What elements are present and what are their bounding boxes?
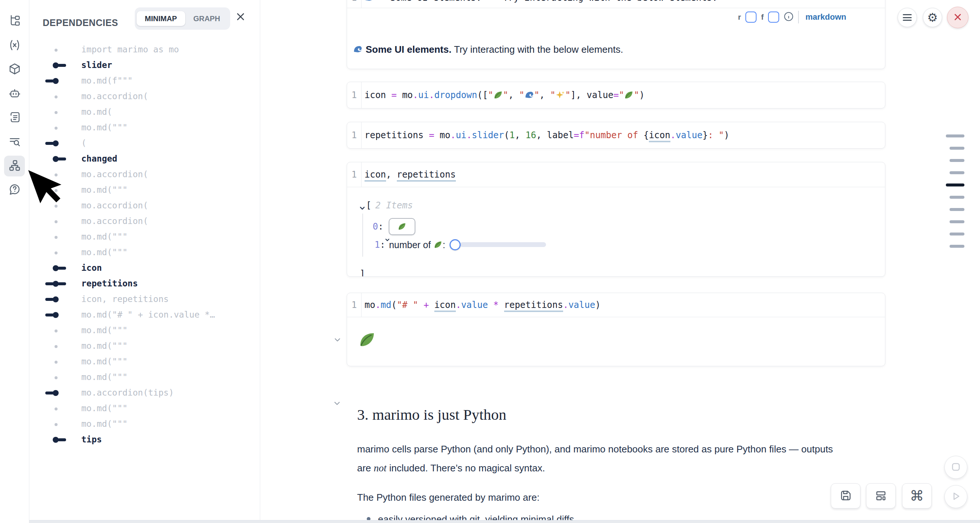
dependency-item[interactable]: mo.md(""" [29,416,259,432]
item-index: 0 [373,222,378,232]
close-icon [236,17,245,23]
leaf-emoji [434,240,442,249]
minimap-dash[interactable] [950,159,964,162]
cell-minimap [946,134,965,254]
tab-graph[interactable]: GRAPH [185,11,228,26]
view-toggle: MINIMAP GRAPH [135,8,230,30]
minimap-dash[interactable] [950,208,964,211]
tab-minimap[interactable]: MINIMAP [137,11,185,26]
sidebar-item-snippets[interactable] [4,107,25,128]
fold-section-chevron[interactable] [332,399,342,409]
cell-dropdown-code[interactable]: 1 icon = mo.ui.dropdown(["", "", ""], va… [347,82,885,108]
dependency-item[interactable]: import marimo as mo [29,42,259,57]
settings-button[interactable]: ⚙ [923,8,942,27]
minimap-dash[interactable] [950,171,964,174]
dependency-item[interactable]: mo.md(""" [29,182,259,198]
cell-tuple[interactable]: 1 icon, repetitions [ 2 Items 0: 1: num [347,162,885,277]
cell-dot-icon [29,229,79,245]
dependency-item[interactable]: tips [29,432,259,448]
minimap-dash[interactable] [950,220,964,223]
dependency-item[interactable]: mo.accordion(tips) [29,385,259,401]
paragraph-line: are not included. There’s no magical syn… [357,462,545,474]
save-button[interactable] [831,483,861,509]
dependency-item[interactable]: mo.md(""" [29,323,259,338]
collapse-chevron-icon[interactable] [359,203,366,214]
dependency-item[interactable]: mo.md( [29,104,259,120]
sidebar-item-file-explorer[interactable] [4,11,25,32]
dependency-item[interactable]: ( [29,136,259,151]
minimap-dash[interactable] [950,147,964,150]
dependency-item[interactable]: mo.md(""" [29,370,259,385]
format-toggle-label: f [761,13,764,22]
minimap-dash[interactable] [946,134,964,137]
dependency-item[interactable]: mo.md(""" [29,338,259,354]
slider-thumb[interactable] [450,239,461,250]
footer-strip [29,520,980,523]
minimap-dash[interactable] [950,196,964,199]
minimap-dash[interactable] [950,245,964,248]
minimap-dash[interactable] [950,233,964,236]
italic-text: not [374,462,387,474]
info-icon[interactable] [784,11,794,23]
sidebar-item-packages[interactable] [4,59,25,80]
close-x-icon [953,12,963,23]
sidebar-item-variables[interactable] [4,35,25,56]
shutdown-button[interactable] [947,7,969,28]
dependency-item[interactable]: mo.md(f""" [29,73,259,89]
minimap-dash-active[interactable] [946,183,964,187]
stop-button[interactable] [944,456,967,479]
keyboard-shortcuts-button[interactable]: ⌘ [902,483,932,509]
dependency-item[interactable]: mo.md(""" [29,229,259,245]
edge-in-icon [29,385,79,401]
cell-dot-icon [29,198,79,214]
sidebar-item-outline-search[interactable] [4,131,25,152]
dependency-item[interactable]: mo.md("# " + icon.value *… [29,307,259,323]
sidebar-item-dependencies[interactable] [4,156,25,177]
icon-dropdown-select[interactable] [389,218,415,235]
dependency-item[interactable]: mo.md(""" [29,354,259,370]
dependency-item[interactable]: mo.accordion( [29,167,259,182]
format-checkbox[interactable] [768,11,779,23]
sidebar-item-ai-assistant[interactable] [4,84,25,104]
dependency-item[interactable]: mo.md(""" [29,245,259,260]
dependency-item[interactable]: icon, repetitions [29,292,259,307]
wave-emoji [353,45,363,54]
panel-close-button[interactable] [234,10,247,24]
dependency-item[interactable]: changed [29,151,259,167]
layout-button[interactable] [866,483,896,509]
line-number: 1 [347,122,361,148]
reactive-checkbox[interactable] [745,11,757,23]
sidebar-item-help[interactable] [4,180,25,201]
dependency-item[interactable]: mo.accordion( [29,214,259,229]
dependency-item[interactable]: slider [29,57,259,73]
repetitions-slider[interactable] [450,239,548,251]
dependency-item[interactable]: mo.accordion( [29,89,259,104]
run-button[interactable] [944,485,967,508]
fold-output-chevron[interactable] [333,335,342,346]
section-heading: 3. marimo is just Python [357,406,506,423]
open-bracket: [ [366,200,371,210]
play-icon [950,491,961,503]
code-editor[interactable]: 1 **Some UI elements.** Try interacting … [347,0,885,8]
slider-track[interactable] [460,242,546,247]
tree-guide-line [362,214,363,257]
dependency-item[interactable]: mo.accordion( [29,198,259,214]
colon: : [378,222,383,232]
dependency-item[interactable]: icon [29,260,259,276]
dependency-item-label: mo.md("# " + icon.value *… [81,310,215,319]
cell-dot-icon [29,89,79,104]
line-number: 1 [347,162,361,187]
dependency-item[interactable]: mo.md(""" [29,401,259,416]
dependency-item[interactable]: mo.md(""" [29,120,259,136]
dependency-item-label: mo.md(""" [81,341,128,351]
notebook-menu-button[interactable] [897,8,917,27]
dependency-item-label: mo.md(""" [81,419,128,429]
dependency-item-label: mo.md(""" [81,247,128,257]
line-number: 1 [347,293,361,317]
dependency-item[interactable]: repetitions [29,276,259,292]
tree-item-1: 1: number of : [375,239,548,251]
cell-markdown[interactable]: 1 mo.md("# " + icon.value * repetitions.… [347,293,885,366]
markdown-mode-button[interactable]: markdown [803,12,849,22]
dependency-item-label: mo.accordion( [81,216,148,226]
cell-slider-code[interactable]: 1 repetitions = mo.ui.slider(1, 16, labe… [347,122,885,148]
